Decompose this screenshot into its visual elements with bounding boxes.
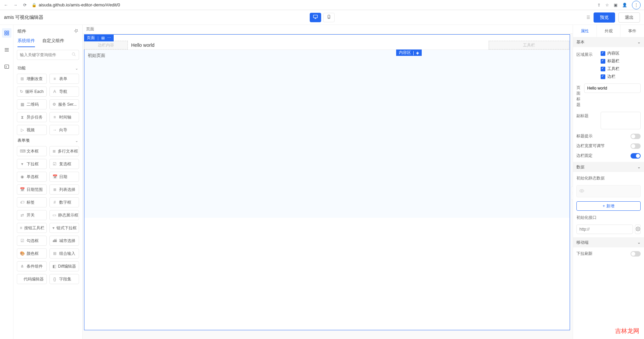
reload-icon[interactable]: ⟳ [22, 2, 28, 8]
content-zone[interactable]: 初始页面 [84, 49, 570, 218]
star-icon[interactable]: ☆ [605, 3, 609, 7]
content-tag[interactable]: 内容区 | ◈ [396, 49, 422, 56]
component-item[interactable]: 代码编辑器 [17, 274, 47, 284]
component-item[interactable]: ≡按钮工具栏 [17, 223, 47, 233]
forward-icon[interactable]: → [13, 2, 18, 8]
component-item[interactable]: ⊞增删改查 [17, 74, 47, 84]
exit-button[interactable]: 退出 [618, 12, 640, 23]
component-item[interactable]: #数字框 [49, 197, 79, 207]
svg-rect-3 [5, 31, 6, 33]
component-item[interactable]: ⚙服务 Ser... [49, 99, 79, 109]
component-item[interactable]: ≣列表选择 [49, 184, 79, 195]
add-data-button[interactable]: + 新增 [576, 201, 641, 211]
section-mobile[interactable]: 移动端 ⌄ [573, 237, 644, 247]
share-icon[interactable]: ⇪ [597, 3, 601, 7]
mobile-view-button[interactable] [323, 13, 335, 22]
component-item[interactable]: ◧Diff编辑器 [49, 261, 79, 271]
menu-icon[interactable]: ☰ [586, 15, 590, 20]
resize-handle[interactable]: ⋮ [571, 187, 573, 200]
component-item[interactable]: 🏙城市选择 [49, 236, 79, 246]
desktop-view-button[interactable] [310, 13, 321, 22]
component-item[interactable]: 📅日期 [49, 172, 79, 182]
preview-button[interactable]: 预览 [594, 12, 615, 23]
more-icon[interactable]: ⋯ [107, 36, 111, 40]
component-item[interactable]: ↻循环 Each [17, 87, 47, 97]
tab-event[interactable]: 事件 [620, 25, 644, 37]
side-fixed-switch[interactable] [631, 153, 641, 159]
group-header[interactable]: 表单项 ⌄ [17, 135, 79, 146]
checkbox-icon [601, 67, 605, 71]
checkbox-row[interactable]: 内容区 [601, 50, 619, 56]
section-data[interactable]: 数据 ⌄ [573, 162, 644, 172]
component-item[interactable]: 🏷标签 [17, 197, 47, 207]
toolbar-slot[interactable]: 工具栏 [489, 41, 569, 49]
component-item[interactable]: 📅日期范围 [17, 184, 47, 195]
rail-code[interactable] [2, 62, 11, 71]
url-text: aisuda.github.io/amis-editor-demo/#/edit… [39, 2, 120, 7]
rail-components[interactable] [2, 28, 11, 38]
static-data-editor[interactable] [576, 185, 641, 197]
layers-icon[interactable]: ▤ [101, 36, 105, 40]
component-icon: ⇄ [20, 213, 25, 217]
component-item[interactable]: A导航 [49, 87, 79, 97]
tab-appearance[interactable]: 外观 [597, 25, 620, 37]
tab-system-components[interactable]: 系统组件 [17, 36, 35, 47]
component-item[interactable]: ▭静态展示框 [49, 210, 79, 220]
component-item[interactable]: 🎨颜色框 [17, 248, 47, 259]
component-item[interactable]: ◉单选框 [17, 172, 47, 182]
selection-tag[interactable]: 页面 | ▤ ⋯ [84, 34, 114, 41]
chevron-down-icon: ⌄ [637, 240, 641, 245]
component-item[interactable]: ⊞组合输入 [49, 248, 79, 259]
component-item[interactable]: ⧗异步任务 [17, 112, 47, 122]
component-item[interactable]: ≡时间轴 [49, 112, 79, 122]
api-settings-button[interactable] [635, 225, 641, 234]
back-icon[interactable]: ← [3, 2, 9, 8]
rail-outline[interactable] [2, 45, 11, 55]
checkbox-row[interactable]: 工具栏 [601, 66, 619, 72]
title-hint-switch[interactable] [631, 134, 641, 139]
component-item[interactable]: ▾下拉框 [17, 159, 47, 169]
browser-menu-icon[interactable]: ⋮ [632, 1, 641, 9]
component-item[interactable]: ☑勾选框 [17, 236, 47, 246]
component-item[interactable]: →向导 [49, 125, 79, 135]
svg-rect-0 [313, 15, 317, 18]
component-panel: 组件 系统组件 自定义组件 功能 ⌄ ⊞增删改查≡表单↻循环 EachA导航▦二… [13, 25, 83, 339]
component-item[interactable]: ▦二维码 [17, 99, 47, 109]
tab-custom-components[interactable]: 自定义组件 [42, 36, 64, 47]
component-icon: ⚙ [52, 102, 56, 107]
search-input[interactable] [20, 53, 72, 57]
component-item[interactable]: ▷视频 [17, 125, 47, 135]
target-icon[interactable]: ◈ [416, 50, 419, 55]
aside-slot[interactable]: 边栏内容 [84, 41, 128, 49]
component-icon: {} [52, 277, 57, 281]
component-item[interactable]: ≣多行文本框 [49, 146, 79, 156]
page-title-input[interactable] [584, 83, 641, 93]
side-adjustable-switch[interactable] [631, 143, 641, 149]
section-basic[interactable]: 基本 ⌄ [573, 37, 644, 47]
page-title[interactable]: Hello world [128, 41, 489, 49]
component-icon: ◉ [20, 174, 25, 179]
url-bar[interactable]: 🔒 aisuda.github.io/amis-editor-demo/#/ed… [32, 2, 593, 7]
component-search[interactable] [17, 50, 79, 60]
component-item[interactable]: ≡表单 [49, 74, 79, 84]
subtitle-input[interactable] [601, 112, 641, 129]
component-item[interactable]: ⇄开关 [17, 210, 47, 220]
pin-icon[interactable] [74, 29, 78, 34]
checkbox-icon [601, 51, 605, 56]
extension-icon[interactable]: ▣ [614, 3, 617, 7]
component-item[interactable]: {}字段集 [49, 274, 79, 284]
profile-icon[interactable]: 👤 [622, 3, 627, 7]
component-icon: ⋔ [20, 264, 25, 269]
checkbox-row[interactable]: 标题栏 [601, 58, 619, 64]
component-icon: ▭ [52, 213, 56, 217]
tab-attributes[interactable]: 属性 [573, 25, 597, 37]
pull-refresh-switch[interactable] [631, 251, 641, 257]
component-item[interactable]: ⋔条件组件 [17, 261, 47, 271]
api-input[interactable] [576, 225, 633, 234]
checkbox-row[interactable]: 边栏 [601, 74, 619, 79]
group-header[interactable]: 功能 ⌄ [17, 63, 79, 74]
component-item[interactable]: ⌨文本框 [17, 146, 47, 156]
component-item[interactable]: ☑复选框 [49, 159, 79, 169]
page-frame[interactable]: 页面 | ▤ ⋯ 边栏内容 Hello world 工具栏 内容区 | ◈ 初始… [84, 34, 570, 330]
component-item[interactable]: ▾链式下拉框 [49, 223, 79, 233]
